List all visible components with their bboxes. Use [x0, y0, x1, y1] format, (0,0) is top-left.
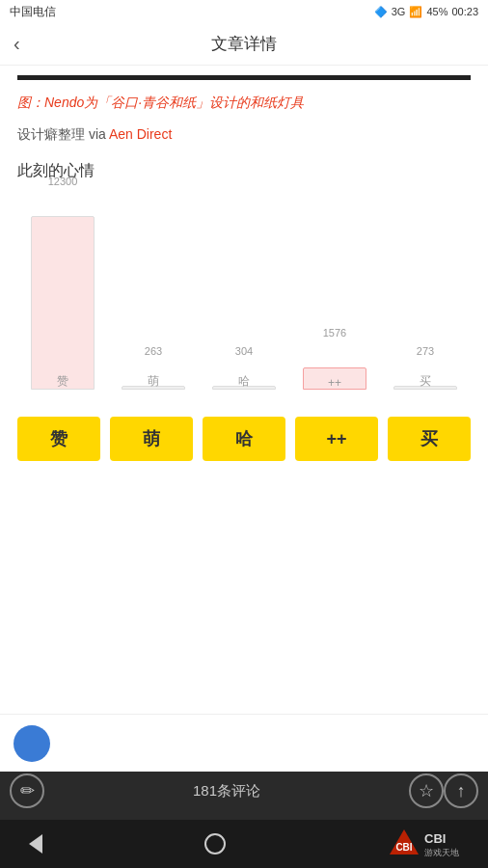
status-bar: 中国电信 🔷 3G 📶 45% 00:23 — [0, 0, 488, 23]
emoji-btn-哈[interactable]: 哈 — [203, 417, 285, 461]
comment-preview — [0, 714, 488, 772]
source-link[interactable]: Aen Direct — [109, 126, 172, 142]
bar-value-label: 273 — [380, 345, 471, 357]
caption-text: 图：Nendo为「谷口·青谷和纸」设计的和纸灯具 — [17, 95, 304, 110]
chart-column-赞: 12300赞 — [17, 195, 108, 390]
bar-value-label: 1576 — [289, 327, 380, 339]
page-title: 文章详情 — [211, 33, 277, 55]
emoji-buttons-row: 赞萌哈++买 — [17, 417, 471, 461]
article-caption: 图：Nendo为「谷口·青谷和纸」设计的和纸灯具 — [17, 92, 471, 113]
bar-label: ++ — [328, 376, 341, 390]
system-bar: CBI CBI 游戏天地 — [0, 820, 488, 868]
system-back-icon[interactable] — [29, 834, 42, 854]
status-icons: 🔷 3G 📶 45% 00:23 — [374, 6, 478, 18]
cbi-sublabel: 游戏天地 — [424, 847, 459, 859]
signal-label: 3G — [392, 6, 406, 17]
chart-column-++: 1576++ — [289, 195, 380, 390]
time-label: 00:23 — [451, 6, 478, 17]
bar-value-label: 304 — [199, 345, 289, 357]
cbi-logo-area: CBI CBI 游戏天地 — [388, 827, 459, 860]
emoji-btn-赞[interactable]: 赞 — [17, 417, 100, 461]
system-home-icon[interactable] — [204, 833, 226, 854]
mood-chart: 12300赞263萌304哈1576++273买 — [17, 195, 471, 417]
bar-label: 萌 — [148, 373, 159, 390]
back-button[interactable]: ‹ — [14, 33, 20, 55]
source-line: 设计癖整理 via Aen Direct — [17, 126, 471, 144]
star-icon[interactable]: ☆ — [409, 773, 444, 808]
bar-rect — [31, 216, 95, 390]
chart-column-萌: 263萌 — [108, 195, 199, 390]
emoji-btn-买[interactable]: 买 — [388, 417, 471, 461]
hero-image — [17, 75, 471, 80]
bottom-actions: ✏ 181条评论 ☆ ↑ — [0, 770, 488, 812]
carrier-label: 中国电信 — [10, 4, 56, 20]
cbi-text-block: CBI 游戏天地 — [424, 829, 459, 859]
commenter-avatar — [14, 725, 50, 762]
wifi-icon: 📶 — [409, 6, 422, 18]
chart-column-哈: 304哈 — [199, 195, 289, 390]
chart-column-买: 273买 — [380, 195, 471, 390]
nav-bar: ‹ 文章详情 — [0, 23, 488, 66]
comment-count: 181条评论 — [44, 782, 409, 800]
bar-value-label: 263 — [108, 345, 199, 357]
article-content: 图：Nendo为「谷口·青谷和纸」设计的和纸灯具 设计癖整理 via Aen D… — [0, 66, 488, 480]
source-prefix: 设计癖整理 via — [17, 126, 109, 142]
emoji-btn-++[interactable]: ++ — [295, 417, 378, 461]
edit-icon[interactable]: ✏ — [10, 773, 44, 808]
svg-text:CBI: CBI — [395, 842, 412, 853]
bar-label: 哈 — [238, 373, 250, 390]
share-icon[interactable]: ↑ — [444, 773, 478, 808]
bluetooth-icon: 🔷 — [374, 6, 388, 18]
cbi-logo-icon: CBI — [388, 827, 420, 860]
bar-value-label: 12300 — [17, 176, 108, 187]
bar-label: 赞 — [57, 373, 68, 390]
emoji-btn-萌[interactable]: 萌 — [110, 417, 193, 461]
bar-label: 买 — [420, 373, 431, 390]
cbi-label: CBI — [424, 831, 446, 846]
battery-label: 45% — [426, 6, 447, 17]
